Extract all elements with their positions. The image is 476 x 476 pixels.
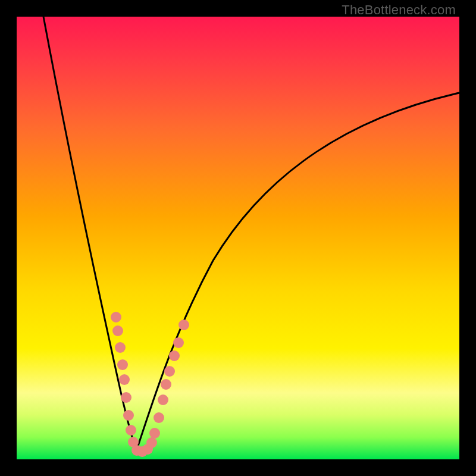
svg-point-3	[117, 359, 128, 370]
watermark-text: TheBottleneck.com	[342, 2, 456, 18]
svg-point-1	[112, 325, 123, 336]
svg-point-18	[169, 350, 180, 361]
svg-point-15	[158, 394, 168, 405]
chart-plot-area	[17, 17, 459, 459]
svg-point-19	[173, 337, 184, 348]
svg-point-13	[149, 428, 160, 439]
svg-point-2	[115, 342, 126, 353]
svg-point-4	[119, 374, 130, 385]
svg-point-14	[154, 412, 164, 423]
svg-point-7	[126, 425, 136, 436]
svg-point-0	[111, 312, 121, 322]
svg-point-17	[164, 366, 175, 377]
svg-point-5	[121, 392, 131, 403]
svg-point-12	[146, 437, 157, 448]
left-branch-curve	[43, 17, 136, 451]
svg-point-20	[178, 320, 189, 330]
right-branch-curve	[136, 93, 459, 451]
chart-curves	[17, 17, 459, 459]
svg-point-6	[123, 410, 134, 421]
svg-point-16	[161, 379, 171, 390]
highlight-dots	[111, 312, 189, 457]
